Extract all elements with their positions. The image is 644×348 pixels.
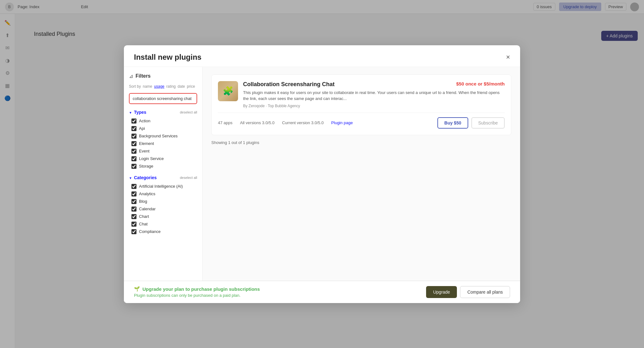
category-label-ai: Artificial Intelligence (AI)	[139, 184, 183, 189]
category-item-compliance: Compliance	[129, 228, 197, 235]
modal-body: ⊿ Filters Sort by name usage rating date…	[124, 67, 520, 303]
plugin-thumbnail: 🧩	[218, 81, 238, 101]
categories-deselect-all[interactable]: deselect all	[180, 176, 197, 180]
filter-funnel-icon: ⊿	[129, 73, 133, 79]
current-version: Current version 3.0/5.0	[282, 120, 324, 125]
type-checkbox-login-service[interactable]	[131, 156, 136, 161]
modal-title: Install new plugins	[134, 53, 202, 62]
category-item-calendar: Calendar	[129, 205, 197, 213]
plugin-page-link[interactable]: Plugin page	[331, 120, 353, 125]
plugin-author: By Zeroqode · Top Bubble Agency	[243, 104, 505, 108]
type-label-event: Event	[139, 149, 149, 153]
type-checkbox-api[interactable]	[131, 126, 136, 131]
category-item-ai: Artificial Intelligence (AI)	[129, 183, 197, 190]
categories-chevron-icon	[129, 175, 132, 180]
modal-overlay: Install new plugins × ⊿ Filters Sort by …	[0, 0, 644, 348]
category-item-chat: Chat	[129, 220, 197, 228]
category-label-analytics: Analytics	[139, 191, 155, 196]
plugin-description: This plugin makes it easy for users on y…	[243, 90, 505, 102]
category-checkbox-chart[interactable]	[131, 214, 136, 219]
upgrade-icon: 🌱	[134, 286, 140, 292]
sort-row: Sort by name usage rating date price	[129, 84, 197, 89]
install-plugins-modal: Install new plugins × ⊿ Filters Sort by …	[124, 45, 520, 303]
type-item-action: Action	[129, 117, 197, 125]
category-checkbox-calendar[interactable]	[131, 207, 136, 212]
plugin-actions: Buy $50 Subscribe	[437, 117, 505, 129]
plugin-thumb-image: 🧩	[218, 81, 238, 101]
sort-usage[interactable]: usage	[154, 84, 164, 89]
plugin-meta-row: 47 apps All versions 3.0/5.0 Current ver…	[218, 113, 505, 129]
types-label: Types	[134, 110, 146, 115]
search-input[interactable]	[129, 93, 197, 104]
sort-rating[interactable]: rating	[166, 84, 176, 89]
type-item-api: Api	[129, 125, 197, 132]
type-item-storage: Storage	[129, 163, 197, 170]
categories-list: Artificial Intelligence (AI) Analytics B…	[129, 183, 197, 235]
modal-header: Install new plugins ×	[124, 45, 520, 67]
type-label-background-services: Background Services	[139, 134, 178, 138]
types-section-header: Types deselect all	[129, 110, 197, 115]
results-count: Showing 1 out of 1 plugins	[211, 140, 511, 145]
type-item-login-service: Login Service	[129, 155, 197, 163]
type-label-login-service: Login Service	[139, 156, 164, 161]
all-versions: All versions 3.0/5.0	[240, 120, 275, 125]
category-label-blog: Blog	[139, 199, 147, 204]
results-panel: 🧩 Collaboration Screensharing Chat $50 o…	[203, 67, 520, 303]
types-toggle[interactable]: Types	[129, 110, 146, 115]
buy-button[interactable]: Buy $50	[437, 117, 468, 129]
filters-label: Filters	[136, 73, 151, 79]
type-item-background-services: Background Services	[129, 132, 197, 140]
categories-label: Categories	[134, 175, 157, 180]
types-deselect-all[interactable]: deselect all	[180, 110, 197, 114]
upgrade-banner-subtitle: Plugin subscriptions can only be purchas…	[134, 293, 260, 298]
types-chevron-icon	[129, 110, 132, 115]
types-list: Action Api Background Services Element	[129, 117, 197, 170]
type-label-action: Action	[139, 119, 150, 123]
type-item-event: Event	[129, 147, 197, 155]
apps-count: 47 apps	[218, 120, 232, 125]
category-item-analytics: Analytics	[129, 190, 197, 198]
category-item-chart: Chart	[129, 213, 197, 220]
plugin-card-top: 🧩 Collaboration Screensharing Chat $50 o…	[218, 81, 505, 108]
type-checkbox-element[interactable]	[131, 141, 136, 146]
sort-label: Sort by	[129, 84, 141, 89]
subscribe-button[interactable]: Subscribe	[471, 117, 505, 129]
compare-plans-button[interactable]: Compare all plans	[460, 286, 510, 298]
upgrade-button[interactable]: Upgrade	[426, 286, 457, 298]
type-checkbox-background-services[interactable]	[131, 134, 136, 139]
category-label-compliance: Compliance	[139, 229, 161, 234]
category-checkbox-compliance[interactable]	[131, 229, 136, 234]
category-checkbox-chat[interactable]	[131, 222, 136, 227]
type-label-element: Element	[139, 141, 154, 146]
plugin-card: 🧩 Collaboration Screensharing Chat $50 o…	[211, 75, 511, 135]
upgrade-banner-buttons: Upgrade Compare all plans	[426, 286, 510, 298]
filter-header: ⊿ Filters	[129, 73, 197, 79]
sort-name[interactable]: name	[143, 84, 152, 89]
categories-toggle[interactable]: Categories	[129, 175, 157, 180]
type-label-api: Api	[139, 126, 145, 131]
type-checkbox-action[interactable]	[131, 119, 136, 124]
category-checkbox-ai[interactable]	[131, 184, 136, 189]
sort-price[interactable]: price	[187, 84, 195, 89]
plugin-name: Collaboration Screensharing Chat	[243, 81, 335, 88]
type-label-storage: Storage	[139, 164, 153, 168]
upgrade-banner-left: 🌱 Upgrade your plan to purchase plugin s…	[134, 286, 260, 298]
category-label-calendar: Calendar	[139, 207, 156, 211]
close-button[interactable]: ×	[506, 54, 510, 61]
type-item-element: Element	[129, 140, 197, 147]
upgrade-banner-title: 🌱 Upgrade your plan to purchase plugin s…	[134, 286, 260, 292]
plugin-price: $50 once or $5/month	[456, 81, 505, 86]
category-checkbox-blog[interactable]	[131, 199, 136, 204]
type-checkbox-event[interactable]	[131, 149, 136, 154]
category-item-blog: Blog	[129, 198, 197, 205]
type-checkbox-storage[interactable]	[131, 164, 136, 169]
upgrade-title-text: Upgrade your plan to purchase plugin sub…	[142, 286, 260, 292]
filter-panel: ⊿ Filters Sort by name usage rating date…	[124, 67, 203, 303]
category-checkbox-analytics[interactable]	[131, 191, 136, 196]
sort-date[interactable]: date	[178, 84, 185, 89]
plugin-info: Collaboration Screensharing Chat $50 onc…	[243, 81, 505, 108]
upgrade-banner: 🌱 Upgrade your plan to purchase plugin s…	[124, 281, 520, 303]
category-label-chat: Chat	[139, 222, 147, 226]
category-label-chart: Chart	[139, 214, 149, 219]
categories-section-header: Categories deselect all	[129, 175, 197, 180]
